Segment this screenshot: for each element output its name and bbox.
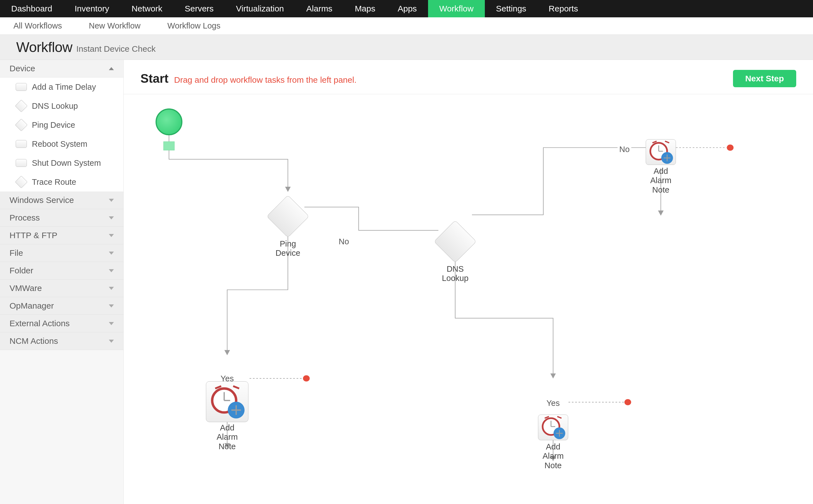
rrect-icon bbox=[16, 138, 27, 150]
subnav-all-workflows[interactable]: All Workflows bbox=[0, 21, 75, 30]
alarm-note-icon bbox=[646, 139, 676, 165]
palette-section-label: Process bbox=[10, 213, 40, 223]
palette-section-label: Device bbox=[10, 64, 35, 73]
canvas-hint: Drag and drop workflow tasks from the le… bbox=[174, 75, 356, 85]
node-add-alarm-note-3[interactable] bbox=[646, 139, 676, 165]
palette-section-opmanager[interactable]: OpManager bbox=[0, 297, 123, 315]
task-palette: Device Add a Time Delay DNS Lookup Ping … bbox=[0, 60, 124, 504]
palette-item-label: Trace Route bbox=[32, 178, 76, 187]
diamond-icon bbox=[16, 119, 27, 131]
nav-workflow[interactable]: Workflow bbox=[428, 0, 485, 17]
subnav-new-workflow[interactable]: New Workflow bbox=[75, 21, 154, 30]
page-subtitle: Instant Device Check bbox=[76, 44, 155, 54]
node-add-alarm-note-2-label: Add Alarm Note bbox=[542, 442, 564, 470]
alarm-note-icon bbox=[206, 382, 248, 422]
palette-item-dns-lookup[interactable]: DNS Lookup bbox=[0, 96, 123, 115]
diamond-icon bbox=[16, 176, 27, 188]
edge-label-dns-yes: Yes bbox=[545, 399, 561, 408]
canvas-title: Start bbox=[140, 72, 168, 86]
palette-section-http-ftp[interactable]: HTTP & FTP bbox=[0, 227, 123, 244]
node-add-alarm-note-1-label: Add Alarm Note bbox=[217, 423, 238, 451]
palette-section-folder[interactable]: Folder bbox=[0, 262, 123, 280]
palette-item-add-time-delay[interactable]: Add a Time Delay bbox=[0, 77, 123, 96]
node-start[interactable] bbox=[155, 108, 182, 135]
palette-item-label: Shut Down System bbox=[32, 158, 101, 168]
svg-point-2 bbox=[625, 399, 631, 405]
chevron-up-icon bbox=[109, 67, 114, 70]
nav-network[interactable]: Network bbox=[120, 0, 173, 17]
node-start-handle[interactable] bbox=[163, 141, 174, 150]
palette-section-label: VMWare bbox=[10, 283, 42, 293]
node-add-alarm-note-2[interactable] bbox=[538, 415, 568, 440]
chevron-down-icon bbox=[109, 322, 114, 325]
nav-alarms[interactable]: Alarms bbox=[295, 0, 344, 17]
palette-item-label: Ping Device bbox=[32, 120, 75, 130]
nav-virtualization[interactable]: Virtualization bbox=[225, 0, 295, 17]
palette-item-shut-down-system[interactable]: Shut Down System bbox=[0, 153, 123, 172]
palette-section-process[interactable]: Process bbox=[0, 209, 123, 227]
palette-section-label: HTTP & FTP bbox=[10, 231, 57, 240]
palette-section-vmware[interactable]: VMWare bbox=[0, 280, 123, 297]
chevron-down-icon bbox=[109, 287, 114, 290]
top-nav: Dashboard Inventory Network Servers Virt… bbox=[0, 0, 813, 17]
canvas-header: Start Drag and drop workflow tasks from … bbox=[124, 60, 813, 94]
palette-item-reboot-system[interactable]: Reboot System bbox=[0, 134, 123, 153]
nav-servers[interactable]: Servers bbox=[173, 0, 225, 17]
rrect-icon bbox=[16, 157, 27, 169]
palette-section-label: OpManager bbox=[10, 301, 54, 311]
palette-item-label: Reboot System bbox=[32, 139, 87, 149]
palette-section-device-items: Add a Time Delay DNS Lookup Ping Device … bbox=[0, 77, 123, 191]
chevron-down-icon bbox=[109, 234, 114, 237]
node-add-alarm-note-1[interactable] bbox=[206, 381, 249, 422]
chevron-down-icon bbox=[109, 199, 114, 202]
palette-item-label: DNS Lookup bbox=[32, 101, 78, 111]
sub-nav: All Workflows New Workflow Workflow Logs bbox=[0, 17, 813, 35]
palette-section-label: Windows Service bbox=[10, 195, 74, 205]
nav-reports[interactable]: Reports bbox=[537, 0, 589, 17]
palette-section-external-actions[interactable]: External Actions bbox=[0, 315, 123, 332]
palette-section-label: External Actions bbox=[10, 319, 70, 328]
chevron-down-icon bbox=[109, 340, 114, 343]
palette-section-windows-service[interactable]: Windows Service bbox=[0, 191, 123, 209]
nav-dashboard[interactable]: Dashboard bbox=[0, 0, 63, 17]
title-bar: Workflow Instant Device Check bbox=[0, 35, 813, 60]
svg-point-1 bbox=[303, 375, 310, 382]
palette-section-label: File bbox=[10, 248, 23, 258]
workflow-canvas[interactable]: Ping Device No Yes DNS DNS Lookup No Yes bbox=[124, 93, 813, 504]
subnav-workflow-logs[interactable]: Workflow Logs bbox=[154, 21, 234, 30]
alarm-note-icon bbox=[538, 415, 568, 440]
palette-section-device[interactable]: Device bbox=[0, 60, 123, 77]
nav-apps[interactable]: Apps bbox=[386, 0, 428, 17]
node-ping-device-label: Ping Device bbox=[276, 239, 301, 258]
palette-item-trace-route[interactable]: Trace Route bbox=[0, 172, 123, 191]
chevron-down-icon bbox=[109, 216, 114, 219]
node-dns-lookup-label: DNS Lookup bbox=[442, 264, 468, 283]
palette-item-label: Add a Time Delay bbox=[32, 82, 96, 92]
next-step-button[interactable]: Next Step bbox=[733, 70, 796, 87]
rrect-icon bbox=[16, 81, 27, 93]
svg-point-0 bbox=[727, 145, 734, 151]
palette-section-file[interactable]: File bbox=[0, 244, 123, 262]
page-title: Workflow bbox=[16, 39, 72, 55]
palette-section-label: Folder bbox=[10, 266, 33, 275]
node-add-alarm-note-3-label: Add Alarm Note bbox=[650, 167, 672, 195]
palette-section-label: NCM Actions bbox=[10, 336, 58, 346]
palette-section-ncm-actions[interactable]: NCM Actions bbox=[0, 332, 123, 350]
nav-inventory[interactable]: Inventory bbox=[63, 0, 120, 17]
edge-label-dns-no: No bbox=[618, 145, 631, 154]
chevron-down-icon bbox=[109, 252, 114, 255]
palette-item-ping-device[interactable]: Ping Device bbox=[0, 115, 123, 134]
chevron-down-icon bbox=[109, 304, 114, 307]
canvas-wrap: Start Drag and drop workflow tasks from … bbox=[124, 60, 813, 504]
chevron-down-icon bbox=[109, 269, 114, 272]
edge-label-ping-no: No bbox=[337, 237, 351, 246]
diamond-icon bbox=[16, 100, 27, 112]
nav-settings[interactable]: Settings bbox=[485, 0, 537, 17]
nav-maps[interactable]: Maps bbox=[344, 0, 386, 17]
